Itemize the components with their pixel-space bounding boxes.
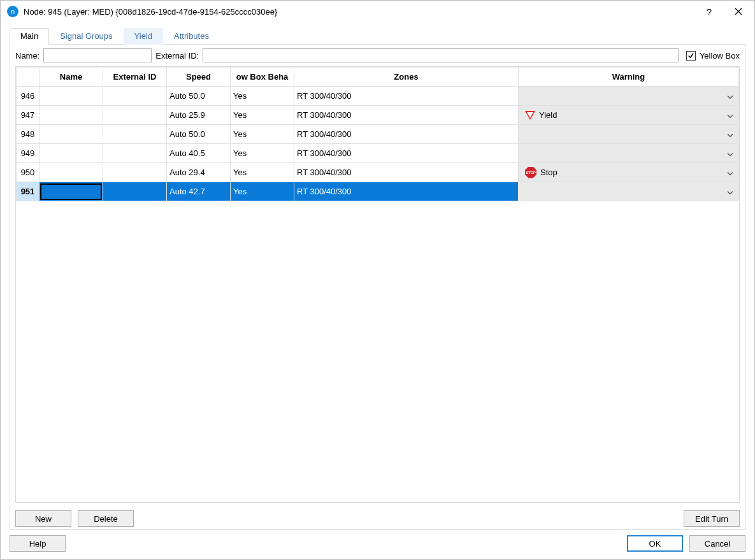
cell-name[interactable] [40, 163, 103, 182]
new-button[interactable]: New [15, 510, 71, 527]
cell-external-id[interactable] [103, 182, 167, 201]
table-row[interactable]: 946Auto 50.0YesRT 300/40/300 [17, 87, 739, 106]
warning-value [521, 87, 736, 105]
chevron-down-icon [727, 110, 733, 120]
cell-zones[interactable]: RT 300/40/300 [294, 163, 519, 182]
cell-name[interactable] [40, 125, 103, 144]
tab-signal-groups[interactable]: Signal Groups [49, 28, 123, 45]
dialog-buttons-row: Help OK Cancel [10, 530, 745, 552]
cell-warning-dropdown[interactable] [519, 144, 739, 163]
cell-zones[interactable]: RT 300/40/300 [294, 87, 519, 106]
warning-value: Yield [521, 106, 736, 124]
cell-yellow-box-behaviour[interactable]: Yes [231, 144, 294, 163]
col-yellow-box-behaviour[interactable]: ow Box Beha [231, 68, 294, 87]
warning-text: Yield [539, 110, 557, 120]
table-header-row: Name External ID Speed ow Box Beha Zones… [17, 68, 739, 87]
cell-warning-dropdown[interactable] [519, 125, 739, 144]
row-header[interactable]: 948 [17, 125, 40, 144]
cancel-button[interactable]: Cancel [689, 535, 745, 552]
cell-yellow-box-behaviour[interactable]: Yes [231, 106, 294, 125]
cell-speed[interactable]: Auto 25.9 [167, 106, 231, 125]
cell-external-id[interactable] [103, 87, 167, 106]
cell-warning-dropdown[interactable]: STOPStop [519, 163, 739, 182]
dialog-window: n Node: 945 (Layer: MED) {008d1826-19cd-… [0, 0, 755, 560]
yellow-box-label: Yellow Box [700, 51, 740, 61]
content-area: Main Signal Groups Yield Attributes Name… [1, 22, 754, 559]
edit-turn-button[interactable]: Edit Turn [684, 510, 740, 527]
window-title: Node: 945 (Layer: MED) {008d1826-19cd-47… [24, 7, 694, 17]
cell-speed[interactable]: Auto 42.7 [167, 182, 231, 201]
warning-value: STOPStop [521, 163, 736, 182]
ok-button[interactable]: OK [627, 535, 683, 552]
cell-name[interactable] [40, 144, 103, 163]
cell-zones[interactable]: RT 300/40/300 [294, 125, 519, 144]
cell-zones[interactable]: RT 300/40/300 [294, 144, 519, 163]
cell-speed[interactable]: Auto 40.5 [167, 144, 231, 163]
cell-external-id[interactable] [103, 144, 167, 163]
titlebar: n Node: 945 (Layer: MED) {008d1826-19cd-… [1, 1, 754, 22]
tab-main[interactable]: Main [10, 28, 49, 45]
cell-yellow-box-behaviour[interactable]: Yes [231, 125, 294, 144]
warning-text: Stop [540, 168, 557, 177]
cell-warning-dropdown[interactable]: Yield [519, 106, 739, 125]
col-warning[interactable]: Warning [519, 68, 739, 87]
tabstrip: Main Signal Groups Yield Attributes [10, 27, 745, 44]
table-row[interactable]: 948Auto 50.0YesRT 300/40/300 [17, 125, 739, 144]
cell-external-id[interactable] [103, 125, 167, 144]
row-header[interactable]: 949 [17, 144, 40, 163]
table-row[interactable]: 949Auto 40.5YesRT 300/40/300 [17, 144, 739, 163]
col-external-id[interactable]: External ID [103, 68, 167, 87]
form-row: Name: External ID: Yellow Box [10, 45, 745, 66]
tab-yield[interactable]: Yield [124, 28, 163, 45]
external-id-label: External ID: [155, 51, 199, 61]
row-header[interactable]: 951 [17, 182, 40, 201]
col-speed[interactable]: Speed [167, 68, 231, 87]
cell-speed[interactable]: Auto 29.4 [167, 163, 231, 182]
row-header[interactable]: 950 [17, 163, 40, 182]
cell-warning-dropdown[interactable] [519, 182, 739, 201]
yellow-box-checkbox[interactable]: Yellow Box [686, 51, 740, 61]
help-icon[interactable]: ? [694, 2, 724, 21]
turns-table[interactable]: Name External ID Speed ow Box Beha Zones… [16, 67, 739, 201]
cell-name[interactable] [40, 106, 103, 125]
close-icon[interactable] [724, 2, 753, 21]
help-button[interactable]: Help [10, 535, 66, 552]
chevron-down-icon [727, 187, 733, 196]
cell-focus-box[interactable] [40, 183, 102, 200]
cell-yellow-box-behaviour[interactable]: Yes [231, 87, 294, 106]
col-corner[interactable] [17, 68, 40, 87]
warning-value [521, 182, 736, 201]
col-zones[interactable]: Zones [294, 68, 519, 87]
cell-external-id[interactable] [103, 163, 167, 182]
yield-icon [525, 111, 535, 120]
delete-button[interactable]: Delete [78, 510, 134, 527]
chevron-down-icon [727, 129, 733, 139]
chevron-down-icon [727, 148, 733, 158]
table-row[interactable]: 950Auto 29.4YesRT 300/40/300STOPStop [17, 163, 739, 182]
table-row[interactable]: 947Auto 25.9YesRT 300/40/300Yield [17, 106, 739, 125]
cell-zones[interactable]: RT 300/40/300 [294, 106, 519, 125]
cell-name[interactable] [40, 182, 103, 201]
cell-warning-dropdown[interactable] [519, 87, 739, 106]
stop-icon: STOP [525, 167, 536, 178]
name-input[interactable] [43, 48, 152, 62]
row-header[interactable]: 946 [17, 87, 40, 106]
row-header[interactable]: 947 [17, 106, 40, 125]
cell-yellow-box-behaviour[interactable]: Yes [231, 163, 294, 182]
cell-name[interactable] [40, 87, 103, 106]
col-name[interactable]: Name [40, 68, 103, 87]
table-wrap: Name External ID Speed ow Box Beha Zones… [15, 66, 740, 503]
warning-value [521, 125, 736, 143]
external-id-input[interactable] [203, 48, 679, 62]
checkbox-icon [686, 51, 696, 61]
chevron-down-icon [727, 168, 733, 177]
table-row[interactable]: 951Auto 42.7YesRT 300/40/300 [17, 182, 739, 201]
window-controls: ? [694, 1, 753, 22]
cell-zones[interactable]: RT 300/40/300 [294, 182, 519, 201]
tab-attributes[interactable]: Attributes [163, 28, 220, 45]
cell-yellow-box-behaviour[interactable]: Yes [231, 182, 294, 201]
cell-external-id[interactable] [103, 106, 167, 125]
cell-speed[interactable]: Auto 50.0 [167, 87, 231, 106]
cell-speed[interactable]: Auto 50.0 [167, 125, 231, 144]
table-buttons-row: New Delete Edit Turn [10, 508, 745, 529]
